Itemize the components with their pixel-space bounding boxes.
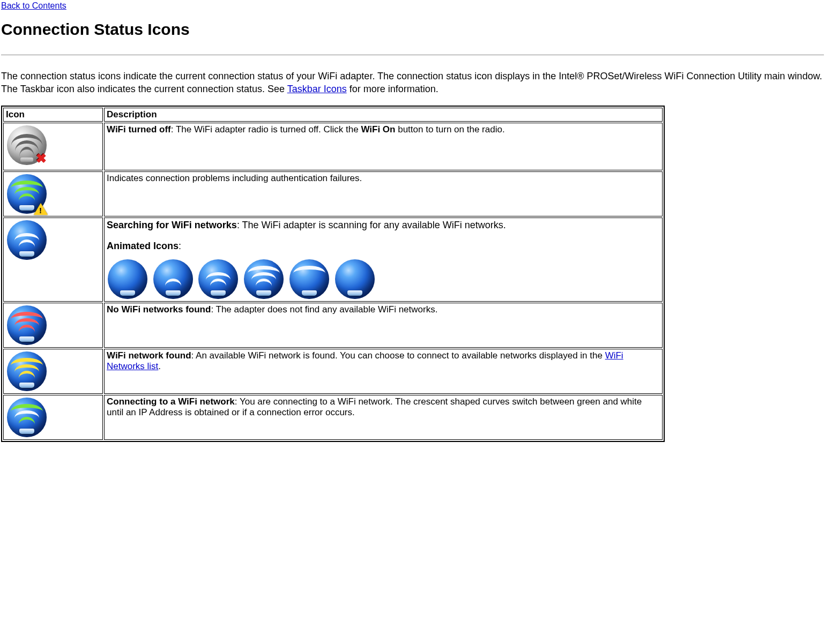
icon-cell-wifi-found xyxy=(3,349,103,394)
desc-bold: WiFi On xyxy=(361,124,395,134)
desc-text: : An available WiFi network is found. Yo… xyxy=(191,350,605,361)
wifi-searching-icon xyxy=(7,220,47,260)
desc-bold: WiFi network found xyxy=(107,350,191,361)
desc-text: Indicates connection problems including … xyxy=(107,173,362,183)
wifi-trouble-icon xyxy=(7,174,47,214)
status-icons-table: Icon Description WiFi turned off: The Wi… xyxy=(1,106,665,443)
desc-bold: No WiFi networks found xyxy=(107,304,211,314)
desc-bold: Animated Icons xyxy=(107,241,179,251)
icon-cell-wifi-connecting xyxy=(3,395,103,440)
desc-bold: Searching for WiFi networks xyxy=(107,220,237,230)
desc-cell: Indicates connection problems including … xyxy=(104,171,663,216)
desc-bold: WiFi turned off xyxy=(107,124,171,134)
desc-text: : The WiFi adapter radio is turned off. … xyxy=(171,124,361,134)
back-to-contents-link[interactable]: Back to Contents xyxy=(1,1,66,10)
intro-text-after: for more information. xyxy=(347,84,438,94)
desc-cell: WiFi network found: An available WiFi ne… xyxy=(104,349,663,394)
desc-text: : xyxy=(179,241,181,251)
icon-cell-wifi-none-found xyxy=(3,303,103,348)
page-title: Connection Status Icons xyxy=(1,20,824,39)
desc-cell: WiFi turned off: The WiFi adapter radio … xyxy=(104,123,663,170)
wifi-off-icon xyxy=(7,125,47,165)
taskbar-icons-link[interactable]: Taskbar Icons xyxy=(287,84,347,94)
table-header-row: Icon Description xyxy=(3,108,663,122)
wifi-anim-frame-icon xyxy=(153,259,193,299)
desc-text: button to turn on the radio. xyxy=(395,124,504,134)
table-row: Indicates connection problems including … xyxy=(3,171,663,216)
table-row: No WiFi networks found: The adapter does… xyxy=(3,303,663,348)
table-row: WiFi turned off: The WiFi adapter radio … xyxy=(3,123,663,170)
desc-cell: Connecting to a WiFi network: You are co… xyxy=(104,395,663,440)
divider xyxy=(1,55,824,55)
wifi-connecting-icon xyxy=(7,398,47,437)
desc-text: : The adapter does not find any availabl… xyxy=(211,304,437,314)
desc-text: . xyxy=(158,361,161,371)
desc-text: : The WiFi adapter is scanning for any a… xyxy=(237,220,506,230)
wifi-anim-frame-icon xyxy=(335,259,375,299)
animated-icons-row xyxy=(107,258,660,300)
wifi-anim-frame-icon xyxy=(244,259,284,299)
table-row: Connecting to a WiFi network: You are co… xyxy=(3,395,663,440)
icon-cell-wifi-off xyxy=(3,123,103,170)
header-icon: Icon xyxy=(3,108,103,122)
desc-cell: Searching for WiFi networks: The WiFi ad… xyxy=(104,218,663,302)
wifi-anim-frame-icon xyxy=(108,259,147,299)
header-description: Description xyxy=(104,108,663,122)
wifi-found-icon xyxy=(7,351,47,391)
wifi-anim-frame-icon xyxy=(198,259,238,299)
icon-cell-wifi-trouble xyxy=(3,171,103,216)
desc-cell: No WiFi networks found: The adapter does… xyxy=(104,303,663,348)
table-row: WiFi network found: An available WiFi ne… xyxy=(3,349,663,394)
wifi-none-found-icon xyxy=(7,305,47,345)
intro-paragraph: The connection status icons indicate the… xyxy=(1,70,824,96)
icon-cell-wifi-searching xyxy=(3,218,103,302)
table-row: Searching for WiFi networks: The WiFi ad… xyxy=(3,218,663,302)
desc-bold: Connecting to a WiFi network xyxy=(107,396,235,407)
wifi-anim-frame-icon xyxy=(289,259,329,299)
